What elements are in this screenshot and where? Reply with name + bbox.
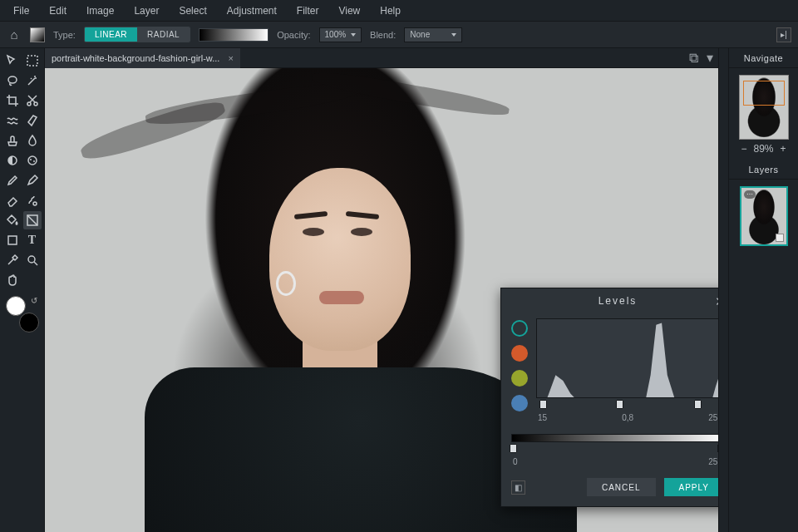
navigate-panel-header[interactable]: Navigate — [729, 48, 798, 68]
svg-rect-0 — [27, 56, 37, 66]
output-white-value: 255 — [708, 457, 718, 466]
dodge-tool-icon[interactable] — [3, 151, 22, 170]
layers-panel-header[interactable]: Layers — [729, 160, 798, 180]
menu-view[interactable]: View — [328, 5, 370, 17]
output-white-slider[interactable] — [717, 444, 718, 453]
document-area: portrait-white-background-fashion-girl-w… — [45, 48, 718, 532]
swap-colors-icon[interactable]: ↺ — [31, 296, 37, 305]
portrait-earring — [276, 271, 296, 296]
pencil-tool-icon[interactable] — [23, 171, 42, 190]
gradient-preview[interactable] — [199, 28, 268, 42]
canvas[interactable]: Levels ✕ — [45, 68, 718, 532]
menu-image[interactable]: Image — [76, 5, 124, 17]
svg-point-2 — [27, 102, 31, 106]
zoom-tool-icon[interactable] — [23, 251, 42, 269]
expand-panels-button[interactable]: ▸| — [776, 27, 791, 42]
input-mid-value: 0,8 — [622, 413, 633, 422]
heal-tool-icon[interactable] — [23, 111, 42, 130]
channel-green[interactable] — [511, 370, 528, 387]
output-black-slider[interactable] — [510, 444, 517, 453]
eraser-tool-icon[interactable] — [3, 191, 22, 209]
layer-menu-icon[interactable]: ⋯ — [744, 190, 756, 199]
menu-bar: File Edit Image Layer Select Adjustment … — [0, 0, 798, 22]
menu-select[interactable]: Select — [169, 5, 216, 17]
output-gradient — [511, 434, 718, 442]
crop-tool-icon[interactable] — [3, 91, 22, 110]
document-tab[interactable]: portrait-white-background-fashion-girl-w… — [45, 48, 240, 68]
menu-file[interactable]: File — [3, 5, 39, 17]
zoom-controls: − 89% + — [741, 143, 786, 155]
toolbox: T ↺ — [0, 48, 45, 532]
zoom-in-button[interactable]: + — [781, 143, 786, 155]
workspace: T ↺ portrait-white-background-fashion-gi… — [0, 48, 798, 532]
channel-selector — [511, 318, 528, 422]
navigator-viewport[interactable] — [743, 81, 785, 106]
gradient-tool-icon[interactable] — [23, 211, 42, 229]
brush-tool-icon[interactable] — [3, 171, 22, 190]
cancel-button[interactable]: CANCEL — [587, 478, 656, 496]
input-white-slider[interactable] — [694, 400, 702, 409]
opacity-value: 100% — [325, 30, 347, 39]
blend-dropdown[interactable]: None — [404, 27, 462, 42]
zoom-out-button[interactable]: − — [741, 143, 746, 155]
blur-tool-icon[interactable] — [23, 131, 42, 150]
channel-composite[interactable] — [511, 320, 528, 337]
gradient-swatch-icon[interactable] — [30, 27, 45, 42]
foreground-color[interactable] — [6, 296, 26, 316]
levels-dialog-title: Levels — [598, 295, 638, 307]
right-panels: Navigate − 89% + Layers ⋯ — [728, 48, 798, 532]
menu-layer[interactable]: Layer — [124, 5, 169, 17]
sponge-tool-icon[interactable] — [23, 151, 42, 170]
lasso-tool-icon[interactable] — [3, 71, 22, 90]
output-values: 0 255 — [511, 457, 718, 466]
menu-help[interactable]: Help — [370, 5, 411, 17]
background-color[interactable] — [19, 313, 39, 332]
close-icon[interactable]: ✕ — [715, 294, 718, 309]
output-section: 0 255 — [511, 434, 718, 466]
input-black-slider[interactable] — [539, 400, 547, 409]
tab-strip: portrait-white-background-fashion-girl-w… — [45, 48, 718, 68]
channel-blue[interactable] — [511, 395, 528, 411]
layer-thumbnail[interactable]: ⋯ — [740, 186, 788, 246]
text-tool-icon[interactable]: T — [23, 231, 42, 249]
shape-tool-icon[interactable] — [3, 231, 22, 249]
svg-point-8 — [33, 202, 37, 205]
layer-lock-icon[interactable] — [776, 234, 784, 242]
fill-tool-icon[interactable] — [3, 211, 22, 229]
opacity-dropdown[interactable]: 100% — [319, 27, 362, 42]
output-black-value: 0 — [513, 457, 518, 466]
menu-edit[interactable]: Edit — [39, 5, 76, 17]
menu-filter[interactable]: Filter — [287, 5, 329, 17]
smudge-tool-icon[interactable] — [23, 191, 42, 209]
wand-tool-icon[interactable] — [23, 71, 42, 90]
liquify-tool-icon[interactable] — [3, 111, 22, 130]
channel-red[interactable] — [511, 345, 528, 362]
home-icon[interactable]: ⌂ — [7, 27, 22, 42]
cut-tool-icon[interactable] — [23, 91, 42, 110]
clone-tool-icon[interactable] — [3, 131, 22, 150]
input-sliders — [536, 400, 718, 411]
zoom-value: 89% — [753, 143, 773, 155]
hand-tool-icon[interactable] — [3, 271, 22, 289]
tab-menu-icon[interactable]: ▾ — [702, 50, 718, 66]
compare-icon[interactable]: ◧ — [511, 480, 525, 495]
color-swatches: ↺ — [6, 296, 39, 332]
svg-point-5 — [28, 156, 37, 165]
eyedropper-tool-icon[interactable] — [3, 251, 22, 269]
navigator-thumbnail[interactable] — [739, 75, 789, 140]
input-mid-slider[interactable] — [616, 400, 623, 409]
gradient-linear-button[interactable]: LINEAR — [85, 27, 137, 42]
duplicate-view-icon[interactable]: ⧉ — [685, 51, 702, 66]
svg-point-6 — [30, 159, 32, 160]
menu-adjustment[interactable]: Adjustment — [217, 5, 287, 17]
options-bar: ⌂ Type: LINEAR RADIAL Opacity: 100% Blen… — [0, 22, 798, 48]
levels-dialog-titlebar[interactable]: Levels ✕ — [501, 288, 718, 313]
scrollbar-gutter[interactable] — [718, 48, 728, 532]
input-values: 15 0,8 252 — [536, 413, 718, 422]
marquee-tool-icon[interactable] — [23, 52, 42, 70]
gradient-radial-button[interactable]: RADIAL — [137, 27, 190, 42]
gradient-type-toggle: LINEAR RADIAL — [84, 27, 190, 42]
move-tool-icon[interactable] — [3, 52, 22, 70]
close-tab-icon[interactable]: × — [228, 53, 233, 63]
apply-button[interactable]: APPLY — [664, 478, 719, 496]
